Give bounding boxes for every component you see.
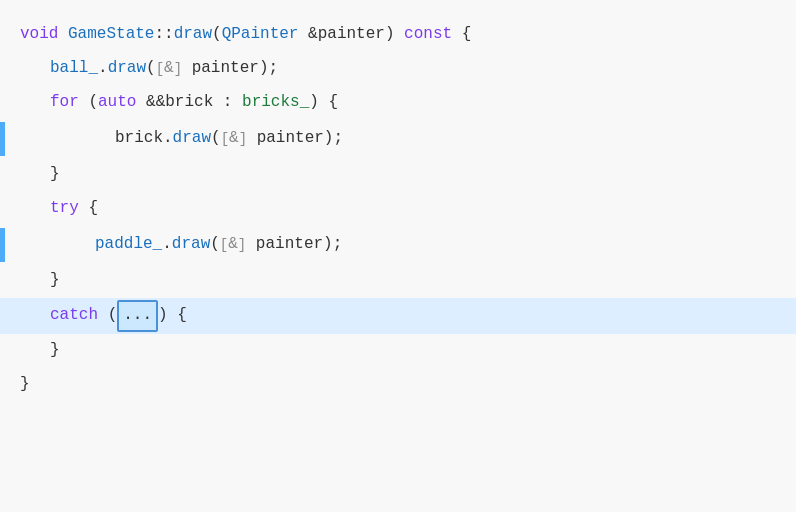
keyword-for: for [50, 90, 79, 116]
code-line-10: } [0, 334, 796, 368]
code-text-8: } [0, 268, 60, 294]
code-line-7: paddle_ . draw ( [ & ] painter); [0, 226, 796, 264]
code-line-9: catch ( ... ) { [0, 298, 796, 334]
lambda-bracket-close-2: ] [239, 128, 247, 150]
code-text-6: try { [0, 196, 98, 222]
code-container: void GameState :: draw ( QPainter & pain… [0, 0, 796, 512]
keyword-const: const [404, 22, 452, 48]
lambda-bracket-open-2: [ [221, 128, 229, 150]
code-line-8: } [0, 264, 796, 298]
keyword-auto: auto [98, 90, 136, 116]
ampersand-3: & [228, 232, 238, 258]
catch-params-highlight[interactable]: ... [117, 300, 158, 332]
ampersand: & [164, 56, 174, 82]
keyword-void: void [20, 22, 58, 48]
var-bricks: bricks_ [242, 90, 309, 116]
var-ball: ball_ [50, 56, 98, 82]
class-gamestate: GameState [68, 22, 154, 48]
code-text-10: } [0, 338, 60, 364]
code-text-1: void GameState :: draw ( QPainter & pain… [0, 22, 471, 48]
lambda-bracket-close: ] [174, 58, 182, 80]
code-text-2: ball_ . draw ( [ & ] painter); [0, 56, 278, 82]
code-text-11: } [0, 372, 30, 398]
code-line-4: brick. draw ( [ & ] painter); [0, 120, 796, 158]
code-text-4: brick. draw ( [ & ] painter); [5, 122, 343, 156]
keyword-catch: catch [50, 303, 98, 329]
code-line-6: try { [0, 192, 796, 226]
lambda-bracket-close-3: ] [238, 234, 246, 256]
code-text-3: for ( auto && brick : bricks_ ) { [0, 90, 338, 116]
fn-draw-ball: draw [108, 56, 146, 82]
var-paddle: paddle_ [95, 232, 162, 258]
code-line-3: for ( auto && brick : bricks_ ) { [0, 86, 796, 120]
code-text-9: catch ( ... ) { [0, 300, 187, 332]
ampersand-2: & [229, 126, 239, 152]
code-line-11: } [0, 368, 796, 402]
lambda-bracket-open: [ [156, 58, 164, 80]
code-line-2: ball_ . draw ( [ & ] painter); [0, 52, 796, 86]
code-text-7: paddle_ . draw ( [ & ] painter); [5, 228, 342, 262]
code-text-5: } [0, 162, 60, 188]
lambda-bracket-open-3: [ [220, 234, 228, 256]
code-line-1: void GameState :: draw ( QPainter & pain… [0, 18, 796, 52]
keyword-try: try [50, 196, 79, 222]
fn-draw-paddle: draw [172, 232, 210, 258]
class-qpainter: QPainter [222, 22, 299, 48]
fn-draw-brick: draw [173, 126, 211, 152]
fn-draw: draw [174, 22, 212, 48]
code-line-5: } [0, 158, 796, 192]
